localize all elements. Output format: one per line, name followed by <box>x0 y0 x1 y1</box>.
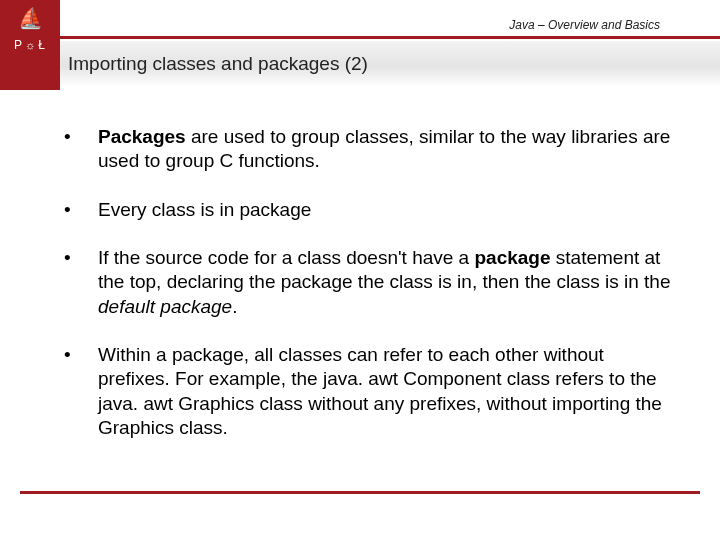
bullet-list: Packages are used to group classes, simi… <box>52 125 672 440</box>
bullet-item: If the source code for a class doesn't h… <box>52 246 672 319</box>
logo-p: P <box>14 38 23 52</box>
course-title: Java – Overview and Basics <box>509 18 660 32</box>
logo-gear-icon: ☼ <box>25 39 36 51</box>
logo-ship-icon: ⛵ <box>18 8 43 28</box>
university-logo: ⛵ P ☼ Ł <box>8 6 52 84</box>
body-text: . <box>232 296 237 317</box>
footer-rule <box>20 491 700 494</box>
body-text: Within a package, all classes can refer … <box>98 344 662 438</box>
slide: ⛵ P ☼ Ł Java – Overview and Basics Impor… <box>0 0 720 540</box>
content-area: Packages are used to group classes, simi… <box>52 125 672 464</box>
bold-text: Packages <box>98 126 186 147</box>
italic-text: default package <box>98 296 232 317</box>
bullet-item: Packages are used to group classes, simi… <box>52 125 672 174</box>
logo-l: Ł <box>38 38 46 52</box>
slide-title-bar: Importing classes and packages (2) <box>60 41 720 87</box>
slide-title: Importing classes and packages (2) <box>68 53 368 75</box>
body-text: Every class is in package <box>98 199 311 220</box>
logo-letters: P ☼ Ł <box>14 38 46 52</box>
bold-text: package <box>474 247 550 268</box>
bullet-item: Within a package, all classes can refer … <box>52 343 672 440</box>
header-rule <box>60 36 720 39</box>
bullet-item: Every class is in package <box>52 198 672 222</box>
body-text: If the source code for a class doesn't h… <box>98 247 474 268</box>
